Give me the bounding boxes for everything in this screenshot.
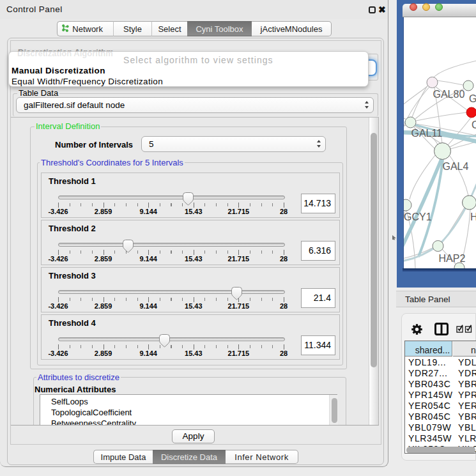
svg-text:HAP2: HAP2 (439, 253, 466, 264)
svg-text:GA: GA (469, 93, 476, 104)
svg-text:GAL80: GAL80 (433, 89, 465, 100)
svg-text:C: C (472, 119, 476, 130)
svg-text:GCY1: GCY1 (404, 211, 432, 222)
svg-text:GAL4: GAL4 (443, 161, 469, 172)
svg-text:GAL11: GAL11 (411, 128, 443, 139)
svg-text:H: H (470, 211, 476, 222)
